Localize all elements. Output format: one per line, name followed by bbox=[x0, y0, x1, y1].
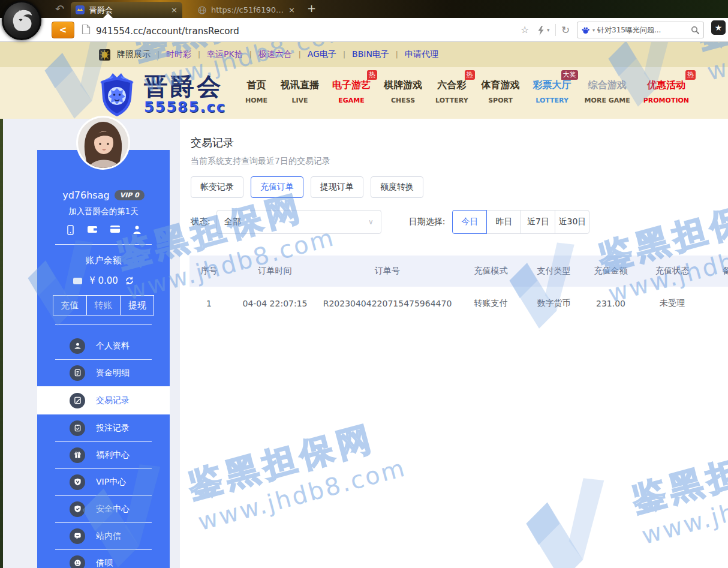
nav-item-home[interactable]: 首页 HOME bbox=[239, 79, 274, 104]
col-header-status: 充值状态 bbox=[642, 266, 702, 277]
lightning-icon[interactable] bbox=[537, 25, 545, 36]
browser-back-button[interactable]: < bbox=[52, 22, 74, 38]
cell-status: 未受理 bbox=[642, 298, 702, 309]
bet-record-icon bbox=[70, 420, 85, 436]
search-magnifier-icon[interactable] bbox=[691, 26, 700, 35]
notice-link[interactable]: 时时彩 bbox=[166, 49, 191, 60]
cell-index: 1 bbox=[189, 299, 228, 308]
nav-item-chess[interactable]: 棋牌游戏 CHESS bbox=[377, 79, 429, 104]
nav-item-promotion[interactable]: 热 优惠活动 PROMOTION bbox=[637, 79, 696, 104]
notice-link-license[interactable]: 牌照展示 bbox=[117, 49, 151, 60]
account-sidebar: yd76hsagVIP 0 加入晋爵会的第1天 账户余额 ¥ 0.00 bbox=[37, 150, 170, 568]
browser-window-edge bbox=[0, 119, 3, 568]
browser-menu-button[interactable] bbox=[2, 1, 41, 40]
refresh-icon[interactable]: ↻ bbox=[561, 24, 570, 36]
sidebar-item-funds-detail[interactable]: 资金明细 bbox=[37, 359, 170, 386]
site-favicon-icon bbox=[76, 5, 85, 14]
tab-withdraw-orders[interactable]: 提现订单 bbox=[311, 176, 363, 198]
person-icon[interactable] bbox=[133, 225, 142, 235]
license-emblem-icon bbox=[99, 49, 110, 61]
funds-list-icon bbox=[70, 365, 85, 381]
table-header-row: 序号 订单时间 订单号 充值模式 支付类型 充值金额 充值状态 备注 bbox=[189, 256, 728, 287]
bank-card-icon[interactable] bbox=[110, 225, 121, 233]
browser-search-box[interactable]: ▾ 针对315曝光问题... bbox=[577, 22, 704, 38]
sidebar-item-borrow[interactable]: 借呗 bbox=[37, 549, 170, 568]
jackpot-badge: 大奖 bbox=[561, 70, 578, 80]
nav-item-egame[interactable]: 热 电子游艺 EGAME bbox=[326, 79, 377, 104]
col-header-amount: 充值金额 bbox=[579, 266, 642, 277]
nav-item-lottery[interactable]: 热 六合彩 LOTTERY bbox=[429, 79, 475, 104]
chevron-down-icon: ∨ bbox=[368, 218, 374, 226]
tabbar-back-arrow-icon[interactable]: ↶ bbox=[55, 2, 64, 15]
main-navigation: 首页 HOME 视讯直播 LIVE 热 电子游艺 EGAME 棋牌游戏 CHES… bbox=[239, 79, 696, 104]
notice-link[interactable]: 极速六合 bbox=[258, 49, 292, 60]
nav-item-live[interactable]: 视讯直播 LIVE bbox=[274, 79, 326, 104]
security-shield-icon bbox=[70, 501, 85, 517]
tab-close-icon[interactable]: × bbox=[288, 5, 295, 14]
date-range-group: 今日 昨日 近7日 近30日 bbox=[452, 210, 589, 234]
bookmark-star-icon[interactable]: ☆ bbox=[521, 24, 529, 35]
sidebar-item-profile[interactable]: 个人资料 bbox=[37, 332, 170, 359]
sidebar-divider bbox=[55, 244, 152, 245]
new-tab-button[interactable]: + bbox=[307, 2, 316, 14]
tab-account-change[interactable]: 帐变记录 bbox=[191, 176, 243, 198]
globe-icon bbox=[198, 6, 206, 14]
date-select-label: 日期选择: bbox=[409, 217, 446, 227]
search-engine-caret-icon[interactable]: ▾ bbox=[592, 28, 595, 33]
sidebar-item-security-center[interactable]: 安全中心 bbox=[37, 495, 170, 522]
sidebar-divider bbox=[55, 324, 152, 325]
date-yesterday-button[interactable]: 昨日 bbox=[486, 210, 521, 234]
sidebar-item-welfare-center[interactable]: 福利中心 bbox=[37, 441, 170, 468]
status-select[interactable]: 全部 ∨ bbox=[216, 210, 381, 234]
sidebar-item-vip-center[interactable]: VIP中心 bbox=[37, 468, 170, 495]
lightning-dropdown-caret-icon[interactable]: ▾ bbox=[547, 27, 550, 33]
cell-deposit-mode: 转账支付 bbox=[453, 298, 528, 309]
wallet-icon[interactable] bbox=[87, 225, 98, 234]
date-last30-button[interactable]: 近30日 bbox=[555, 210, 589, 234]
nav-item-lottery-hall[interactable]: 大奖 彩票大厅 LOTTERY bbox=[527, 79, 578, 104]
gift-icon bbox=[70, 447, 85, 463]
sidebar-item-transaction-record[interactable]: 交易记录 bbox=[37, 386, 170, 414]
vip-level-badge: VIP 0 bbox=[115, 190, 145, 200]
hot-badge: 热 bbox=[465, 70, 475, 80]
notice-link[interactable]: BBIN电子 bbox=[352, 49, 389, 60]
tab-close-icon[interactable]: × bbox=[171, 5, 178, 14]
sidebar-item-site-messages[interactable]: 站内信 bbox=[37, 522, 170, 549]
deposit-button[interactable]: 充值 bbox=[53, 295, 87, 315]
browser-tab-background[interactable]: https://c51f61905c6b × bbox=[193, 2, 300, 18]
url-address-text[interactable]: 941554.cc/account/transRecord bbox=[96, 26, 239, 37]
lion-shield-logo-icon bbox=[95, 71, 139, 118]
notice-link[interactable]: 申请代理 bbox=[405, 49, 438, 60]
favorites-star-button[interactable]: ★ bbox=[711, 20, 726, 35]
join-days-text: 加入晋爵会的第1天 bbox=[37, 206, 170, 217]
user-avatar bbox=[78, 118, 128, 168]
search-suggestion-text[interactable]: 针对315曝光问题... bbox=[597, 25, 688, 35]
site-logo[interactable]: 晋爵会 55585.cc bbox=[95, 71, 226, 118]
tab-deposit-orders[interactable]: 充值订单 bbox=[251, 176, 303, 198]
col-header-order-no: 订单号 bbox=[321, 266, 453, 277]
tab-credit-conversion[interactable]: 额度转换 bbox=[371, 176, 423, 198]
col-header-index: 序号 bbox=[189, 266, 228, 277]
page-subtitle: 当前系统支持查询最近7日的交易记录 bbox=[191, 156, 330, 167]
notice-link[interactable]: AG电子 bbox=[308, 49, 336, 60]
nav-item-sport[interactable]: 体育游戏 SPORT bbox=[475, 79, 527, 104]
nav-item-more-game[interactable]: 综合游戏 MORE GAME bbox=[578, 79, 637, 104]
refresh-balance-icon[interactable] bbox=[125, 276, 134, 285]
sidebar-item-bet-record[interactable]: 投注记录 bbox=[37, 414, 170, 441]
phone-icon[interactable] bbox=[66, 225, 75, 235]
date-last7-button[interactable]: 近7日 bbox=[521, 210, 555, 234]
baidu-paw-icon bbox=[581, 26, 590, 35]
wallet-balance-icon bbox=[73, 277, 83, 285]
record-type-tabs: 帐变记录 充值订单 提现订单 额度转换 bbox=[191, 176, 423, 198]
cell-order-no: R20230404220715475964470 bbox=[321, 299, 453, 308]
browser-tab-active[interactable]: 晋爵会 × bbox=[71, 2, 182, 18]
withdraw-button[interactable]: 提现 bbox=[120, 295, 154, 315]
username: yd76hsag bbox=[62, 190, 109, 201]
transfer-button[interactable]: 转账 bbox=[86, 295, 121, 315]
profile-icon bbox=[70, 338, 85, 354]
leopard-logo-icon bbox=[7, 6, 36, 35]
date-today-button[interactable]: 今日 bbox=[452, 210, 487, 234]
status-label: 状态: bbox=[191, 217, 210, 227]
cell-amount: 231.00 bbox=[579, 299, 642, 308]
notice-link[interactable]: 幸运PK拾 bbox=[207, 49, 243, 60]
